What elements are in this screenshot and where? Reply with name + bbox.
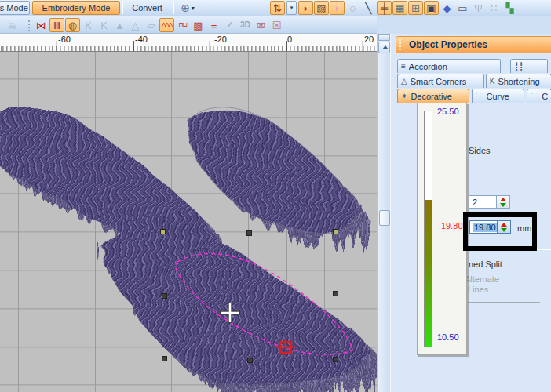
tab-shortening[interactable]: KShortening xyxy=(486,74,551,88)
tab-curve-label: Curve xyxy=(487,92,509,101)
scroll-up-button[interactable] xyxy=(378,42,390,53)
envelope-icon[interactable]: ✉ xyxy=(254,18,268,32)
overlap-stitch-icon[interactable]: ⋈ xyxy=(34,18,49,32)
convert-button[interactable]: Convert xyxy=(125,1,170,15)
dotted-outline-icon[interactable]: ◌ xyxy=(345,1,360,15)
ruler-label: 0 xyxy=(287,34,292,44)
properties-tab-strip: ≡Accordion┋┋△Smart CornersKShortening✦De… xyxy=(397,58,551,103)
length-spinbox[interactable]: 19.80 xyxy=(469,220,511,234)
sides-value: 2 xyxy=(473,198,477,207)
tab-c[interactable]: ⌒C xyxy=(527,89,551,103)
tab-curve[interactable]: ⌒Curve xyxy=(472,89,525,103)
scrollbar-thumb[interactable] xyxy=(379,210,390,226)
hoop-globe-button[interactable]: ⊕ ▾ xyxy=(176,1,199,15)
selection-handle[interactable] xyxy=(333,357,338,362)
tab-pattern[interactable]: ┋┋ xyxy=(510,59,548,73)
spin-up-icon[interactable] xyxy=(501,223,507,227)
length-spin-buttons[interactable] xyxy=(498,220,511,234)
spin-up-icon[interactable] xyxy=(500,198,506,201)
smart-corner-b-icon[interactable]: △ xyxy=(128,18,143,32)
line-fill-icon[interactable]: ≡ xyxy=(206,18,221,32)
selection-handle[interactable] xyxy=(246,230,252,236)
tab-curve-icon: ⌒ xyxy=(476,91,483,102)
convert-label: Convert xyxy=(132,3,162,13)
arc-styles-icon[interactable]: ≋ xyxy=(2,18,24,32)
shortening-b-icon[interactable]: K xyxy=(97,18,111,32)
value-slider-flyout: 25.50 19.80 10.50 xyxy=(417,103,467,355)
vector-shapes-icon[interactable]: ◆ xyxy=(440,1,454,15)
slider-track[interactable] xyxy=(424,111,432,347)
stitch-object-top-right[interactable] xyxy=(188,107,356,234)
panel-drag-grip[interactable] xyxy=(399,39,403,50)
embroidery-mode-button[interactable]: Embroidery Mode xyxy=(32,1,120,15)
color-blocks-icon[interactable]: ▚ xyxy=(502,1,517,15)
bitmap-icon[interactable]: ▣ xyxy=(424,1,439,15)
3d-icon[interactable]: 3D xyxy=(238,18,253,32)
measure-line-icon[interactable]: ╲ xyxy=(361,1,376,15)
selection-handle[interactable] xyxy=(160,229,166,234)
ruler-label: -60 xyxy=(58,34,71,44)
tab-smart-corners[interactable]: △Smart Corners xyxy=(397,74,484,88)
tab-decorative[interactable]: ✦Decorative xyxy=(397,89,469,103)
tab-smart-corners-label: Smart Corners xyxy=(411,77,467,86)
plant-icon[interactable]: Ψ xyxy=(471,1,486,15)
length-value: 19.80 xyxy=(473,223,497,232)
needle-point-icon[interactable]: ╪ xyxy=(377,1,392,15)
selection-handle[interactable] xyxy=(247,358,253,363)
spin-down-icon[interactable] xyxy=(500,203,506,207)
shortening-a-icon[interactable]: K xyxy=(81,18,96,32)
stitch-angle-icon[interactable]: ⇅ xyxy=(270,1,285,15)
selection-handle[interactable] xyxy=(333,291,338,296)
slider-current-label: 19.80 xyxy=(441,221,463,230)
hatch-lines-icon[interactable]: ∕∕∕ xyxy=(222,18,237,32)
tab-accordion[interactable]: ≡Accordion xyxy=(397,59,501,73)
caret-down-icon: ▾ xyxy=(192,5,195,12)
petal-outline-icon[interactable]: ◗ xyxy=(330,1,345,15)
chevron-down-icon: ▾ xyxy=(290,5,294,11)
grid-icon[interactable]: ▦ xyxy=(392,1,407,15)
skew-icon[interactable]: ▱ xyxy=(144,18,159,32)
tab-smart-corners-icon: △ xyxy=(401,77,407,85)
stitch-object-selected[interactable] xyxy=(103,223,370,388)
tab-c-label: C xyxy=(542,92,548,101)
picture-frame-icon[interactable]: ▭ xyxy=(455,1,470,15)
spin-down-icon[interactable] xyxy=(501,228,507,232)
slider-min-label: 10.50 xyxy=(437,332,459,342)
ruler-major-ticks xyxy=(0,41,377,51)
horizontal-ruler: -60-40-20020 xyxy=(0,34,377,52)
selection-handle[interactable] xyxy=(162,356,167,361)
graphics-mode-label: cs Mode xyxy=(0,3,28,13)
hatch-fill-icon[interactable]: ▨ xyxy=(314,1,329,15)
sides-value-field[interactable]: 2 xyxy=(469,195,497,209)
selection-handle[interactable] xyxy=(333,229,338,234)
canvas-vertical-scrollbar[interactable] xyxy=(377,34,390,392)
ruler-label: -40 xyxy=(135,34,148,44)
zigzag-stitch-icon[interactable]: ΛΛΛ xyxy=(159,18,174,32)
grid-frame-icon[interactable]: ⊞ xyxy=(408,1,423,15)
sides-spin-buttons[interactable] xyxy=(497,195,510,209)
group-divider xyxy=(468,302,540,303)
design-canvas[interactable] xyxy=(0,52,377,392)
alternate-option-fragment: Alternate xyxy=(465,274,499,284)
toolbar-grip[interactable] xyxy=(27,19,31,31)
panel-title: Object Properties xyxy=(409,39,487,50)
smart-corner-a-icon[interactable]: ▲ xyxy=(112,18,127,32)
pattern-fill-icon[interactable]: ▩ xyxy=(191,18,206,32)
selection-handle[interactable] xyxy=(162,293,167,299)
tab-c-icon: ⌒ xyxy=(531,91,538,102)
dot-grid-icon[interactable]: ∷ xyxy=(487,1,502,15)
panel-header[interactable]: Object Properties xyxy=(396,36,551,53)
tab-shortening-icon: K xyxy=(490,77,495,85)
split-option-fragment: ned Split xyxy=(469,260,502,269)
dot-fill-icon[interactable]: ◍ xyxy=(65,18,80,32)
square-wave-icon[interactable]: ⊓⊔ xyxy=(175,18,190,32)
toolbar-overflow-button[interactable]: ▾ xyxy=(286,1,297,15)
scrollbar-splitter[interactable] xyxy=(378,34,390,41)
travel-lines-icon[interactable]: Ⅲ xyxy=(49,18,64,32)
basket-icon[interactable]: ☒ xyxy=(269,18,284,32)
length-value-field[interactable]: 19.80 xyxy=(469,220,498,234)
graphics-mode-button[interactable]: cs Mode xyxy=(0,1,30,15)
petal-fill-icon[interactable]: ◗ xyxy=(298,1,313,15)
sides-spinbox[interactable]: 2 xyxy=(469,195,510,209)
group-divider xyxy=(537,249,551,249)
